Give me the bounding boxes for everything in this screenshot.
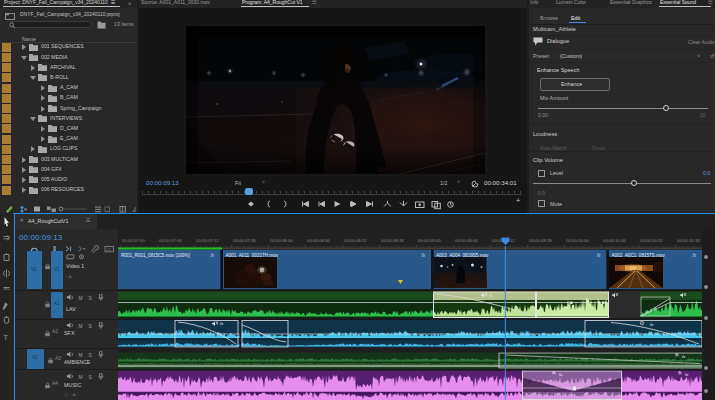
svg-text:M: M (79, 374, 83, 379)
svg-text:A001_A011_0031TH.mov: A001_A011_0031TH.mov (226, 253, 279, 258)
svg-text:T: T (3, 333, 8, 342)
svg-text:M: M (79, 352, 83, 357)
svg-text:S: S (89, 352, 92, 357)
svg-text:S: S (89, 323, 92, 328)
svg-text:A002_A0C1_0815TS.mov: A002_A0C1_0815TS.mov (612, 253, 666, 258)
svg-text:A003_A004_0819S5.mov: A003_A004_0819S5.mov (436, 253, 489, 258)
svg-text:M: M (79, 323, 83, 328)
svg-text:CC: CC (106, 248, 112, 252)
svg-text:S: S (89, 374, 92, 379)
svg-text:M: M (79, 295, 83, 300)
svg-text:S: S (89, 295, 92, 300)
svg-text:R001_R001_0815C5.mov [100%]: R001_R001_0815C5.mov [100%] (121, 253, 190, 258)
